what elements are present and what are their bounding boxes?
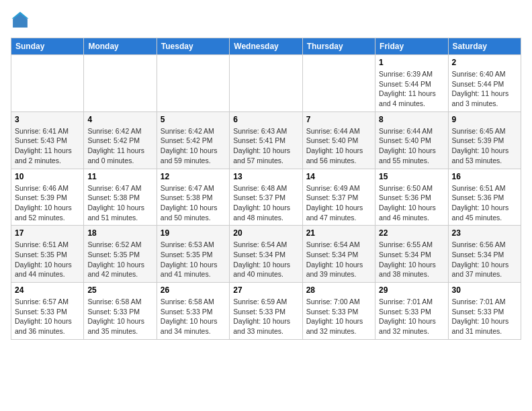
calendar-cell-2-2: 5Sunrise: 6:42 AMSunset: 5:42 PMDaylight… (157, 111, 229, 169)
logo-icon (11, 11, 30, 30)
calendar-cell-4-3: 20Sunrise: 6:54 AMSunset: 5:34 PMDayligh… (230, 226, 302, 283)
day-info: Sunrise: 6:45 AMSunset: 5:39 PMDaylight:… (452, 126, 517, 166)
calendar-week-1: 1Sunrise: 6:39 AMSunset: 5:44 PMDaylight… (11, 55, 521, 112)
day-number: 2 (452, 58, 517, 67)
day-number: 28 (306, 285, 371, 295)
day-info: Sunrise: 6:58 AMSunset: 5:33 PMDaylight:… (161, 297, 226, 336)
calendar-cell-1-1 (84, 55, 157, 112)
day-info: Sunrise: 6:58 AMSunset: 5:33 PMDaylight:… (87, 297, 152, 336)
calendar-cell-5-6: 30Sunrise: 7:01 AMSunset: 5:33 PMDayligh… (448, 283, 521, 340)
day-info: Sunrise: 6:42 AMSunset: 5:42 PMDaylight:… (161, 126, 226, 166)
day-info: Sunrise: 6:44 AMSunset: 5:40 PMDaylight:… (379, 126, 444, 166)
weekday-header-monday: Monday (84, 38, 157, 55)
day-number: 29 (379, 285, 444, 295)
calendar-cell-3-2: 12Sunrise: 6:47 AMSunset: 5:38 PMDayligh… (157, 169, 229, 226)
calendar-cell-5-2: 26Sunrise: 6:58 AMSunset: 5:33 PMDayligh… (157, 283, 229, 340)
weekday-header-tuesday: Tuesday (157, 38, 229, 55)
day-info: Sunrise: 6:50 AMSunset: 5:36 PMDaylight:… (379, 183, 444, 223)
day-number: 10 (15, 172, 80, 181)
calendar-cell-2-6: 9Sunrise: 6:45 AMSunset: 5:39 PMDaylight… (448, 111, 521, 169)
day-number: 13 (233, 172, 298, 181)
day-number: 26 (161, 285, 226, 295)
day-number: 30 (452, 285, 517, 295)
day-number: 9 (452, 115, 517, 124)
calendar-cell-4-2: 19Sunrise: 6:53 AMSunset: 5:35 PMDayligh… (157, 226, 229, 283)
day-info: Sunrise: 6:42 AMSunset: 5:42 PMDaylight:… (87, 126, 152, 166)
calendar-cell-1-0 (11, 55, 84, 112)
day-info: Sunrise: 6:48 AMSunset: 5:37 PMDaylight:… (233, 183, 298, 223)
calendar-cell-3-0: 10Sunrise: 6:46 AMSunset: 5:39 PMDayligh… (11, 169, 84, 226)
calendar-cell-4-4: 21Sunrise: 6:54 AMSunset: 5:34 PMDayligh… (302, 226, 375, 283)
calendar-table: SundayMondayTuesdayWednesdayThursdayFrid… (11, 38, 521, 340)
calendar-cell-1-6: 2Sunrise: 6:40 AMSunset: 5:44 PMDaylight… (448, 55, 521, 112)
calendar-cell-4-0: 17Sunrise: 6:51 AMSunset: 5:35 PMDayligh… (11, 226, 84, 283)
calendar-cell-5-4: 28Sunrise: 7:00 AMSunset: 5:33 PMDayligh… (302, 283, 375, 340)
day-number: 14 (306, 172, 371, 181)
day-info: Sunrise: 6:51 AMSunset: 5:35 PMDaylight:… (15, 240, 80, 279)
calendar-cell-1-2 (157, 55, 229, 112)
calendar-cell-4-5: 22Sunrise: 6:55 AMSunset: 5:34 PMDayligh… (375, 226, 448, 283)
day-info: Sunrise: 6:41 AMSunset: 5:43 PMDaylight:… (15, 126, 80, 166)
day-info: Sunrise: 6:54 AMSunset: 5:34 PMDaylight:… (306, 240, 371, 279)
calendar-cell-2-0: 3Sunrise: 6:41 AMSunset: 5:43 PMDaylight… (11, 111, 84, 169)
day-info: Sunrise: 6:59 AMSunset: 5:33 PMDaylight:… (233, 297, 298, 336)
day-number: 1 (379, 58, 444, 67)
calendar-cell-2-1: 4Sunrise: 6:42 AMSunset: 5:42 PMDaylight… (84, 111, 157, 169)
day-number: 24 (15, 285, 80, 295)
day-info: Sunrise: 6:40 AMSunset: 5:44 PMDaylight:… (452, 69, 517, 109)
weekday-header-wednesday: Wednesday (230, 38, 302, 55)
day-number: 22 (379, 228, 444, 238)
day-number: 21 (306, 228, 371, 238)
day-number: 19 (161, 228, 226, 238)
day-number: 15 (379, 172, 444, 181)
day-info: Sunrise: 6:51 AMSunset: 5:36 PMDaylight:… (452, 183, 517, 223)
day-info: Sunrise: 6:55 AMSunset: 5:34 PMDaylight:… (379, 240, 444, 279)
day-number: 18 (87, 228, 152, 238)
logo (11, 11, 32, 30)
calendar-cell-4-1: 18Sunrise: 6:52 AMSunset: 5:35 PMDayligh… (84, 226, 157, 283)
day-info: Sunrise: 7:01 AMSunset: 5:33 PMDaylight:… (452, 297, 517, 336)
day-number: 11 (87, 172, 152, 181)
day-number: 25 (87, 285, 152, 295)
day-info: Sunrise: 6:49 AMSunset: 5:37 PMDaylight:… (306, 183, 371, 223)
calendar-cell-1-4 (302, 55, 375, 112)
day-info: Sunrise: 6:39 AMSunset: 5:44 PMDaylight:… (379, 69, 444, 109)
day-number: 27 (233, 285, 298, 295)
page-header (11, 11, 521, 30)
weekday-header-sunday: Sunday (11, 38, 84, 55)
day-info: Sunrise: 6:43 AMSunset: 5:41 PMDaylight:… (233, 126, 298, 166)
day-info: Sunrise: 6:53 AMSunset: 5:35 PMDaylight:… (161, 240, 226, 279)
calendar-cell-2-5: 8Sunrise: 6:44 AMSunset: 5:40 PMDaylight… (375, 111, 448, 169)
calendar-cell-3-1: 11Sunrise: 6:47 AMSunset: 5:38 PMDayligh… (84, 169, 157, 226)
calendar-cell-3-3: 13Sunrise: 6:48 AMSunset: 5:37 PMDayligh… (230, 169, 302, 226)
calendar-cell-2-3: 6Sunrise: 6:43 AMSunset: 5:41 PMDaylight… (230, 111, 302, 169)
calendar-week-4: 17Sunrise: 6:51 AMSunset: 5:35 PMDayligh… (11, 226, 521, 283)
day-info: Sunrise: 6:54 AMSunset: 5:34 PMDaylight:… (233, 240, 298, 279)
calendar-cell-5-0: 24Sunrise: 6:57 AMSunset: 5:33 PMDayligh… (11, 283, 84, 340)
day-number: 4 (87, 115, 152, 124)
calendar-week-5: 24Sunrise: 6:57 AMSunset: 5:33 PMDayligh… (11, 283, 521, 340)
calendar-cell-3-4: 14Sunrise: 6:49 AMSunset: 5:37 PMDayligh… (302, 169, 375, 226)
day-number: 17 (15, 228, 80, 238)
day-info: Sunrise: 7:01 AMSunset: 5:33 PMDaylight:… (379, 297, 444, 336)
calendar-cell-1-5: 1Sunrise: 6:39 AMSunset: 5:44 PMDaylight… (375, 55, 448, 112)
day-info: Sunrise: 6:56 AMSunset: 5:34 PMDaylight:… (452, 240, 517, 279)
weekday-header-friday: Friday (375, 38, 448, 55)
calendar-cell-2-4: 7Sunrise: 6:44 AMSunset: 5:40 PMDaylight… (302, 111, 375, 169)
day-info: Sunrise: 7:00 AMSunset: 5:33 PMDaylight:… (306, 297, 371, 336)
day-info: Sunrise: 6:47 AMSunset: 5:38 PMDaylight:… (87, 183, 152, 223)
day-number: 23 (452, 228, 517, 238)
svg-marker-0 (13, 13, 28, 28)
day-info: Sunrise: 6:44 AMSunset: 5:40 PMDaylight:… (306, 126, 371, 166)
calendar-week-2: 3Sunrise: 6:41 AMSunset: 5:43 PMDaylight… (11, 111, 521, 169)
calendar-cell-4-6: 23Sunrise: 6:56 AMSunset: 5:34 PMDayligh… (448, 226, 521, 283)
day-number: 7 (306, 115, 371, 124)
day-number: 12 (161, 172, 226, 181)
day-number: 8 (379, 115, 444, 124)
day-info: Sunrise: 6:46 AMSunset: 5:39 PMDaylight:… (15, 183, 80, 223)
day-number: 5 (161, 115, 226, 124)
calendar-cell-5-3: 27Sunrise: 6:59 AMSunset: 5:33 PMDayligh… (230, 283, 302, 340)
day-info: Sunrise: 6:47 AMSunset: 5:38 PMDaylight:… (161, 183, 226, 223)
day-info: Sunrise: 6:52 AMSunset: 5:35 PMDaylight:… (87, 240, 152, 279)
day-info: Sunrise: 6:57 AMSunset: 5:33 PMDaylight:… (15, 297, 80, 336)
